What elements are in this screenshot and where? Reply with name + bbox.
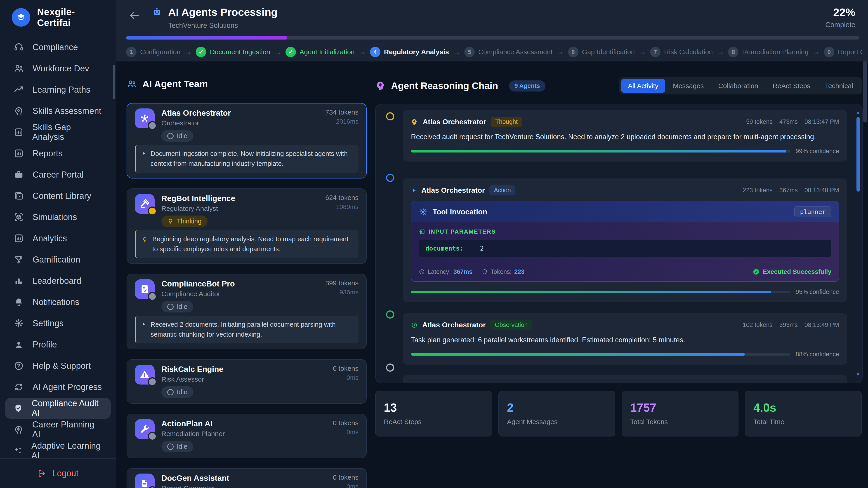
trophy-icon <box>13 254 24 265</box>
sidebar-item-label: Notifications <box>33 297 79 307</box>
logout-button[interactable]: Logout <box>0 458 116 488</box>
status-badge: Idle <box>161 301 193 313</box>
sidebar-scrollbar[interactable] <box>113 65 115 99</box>
status-label: Idle <box>177 303 187 311</box>
head-gear-icon <box>13 106 24 116</box>
gear-icon <box>13 318 24 328</box>
timeline-marker-next <box>386 363 394 372</box>
timeline-marker-observation <box>386 311 394 319</box>
sidebar-item-label: Help & Support <box>33 361 91 371</box>
step-number: 5 <box>464 47 475 57</box>
tab-react-steps[interactable]: ReAct Steps <box>766 79 817 93</box>
scroll-up-arrow-icon[interactable] <box>856 111 860 114</box>
execution-status-label: Executed Successfully <box>763 268 831 275</box>
stat-label: Total Time <box>753 418 853 426</box>
scroll-down-arrow-icon[interactable] <box>856 373 860 376</box>
confidence-bar <box>411 291 790 293</box>
sidebar-item-label: Gamification <box>33 255 80 265</box>
sidebar-item-reports[interactable]: Reports <box>5 143 111 164</box>
agent-card-compliancebot[interactable]: ComplianceBot Pro Compliance Auditor 399… <box>127 274 367 349</box>
sidebar-item-adaptive-learning-ai[interactable]: Adaptive Learning AI <box>5 440 111 458</box>
check-circle-icon <box>752 268 760 275</box>
sidebar-item-skills-assessment[interactable]: Skills Assessment <box>5 100 111 122</box>
tab-technical[interactable]: Technical <box>818 79 860 93</box>
cube-scan-icon <box>13 212 24 222</box>
agent-time: 0ms <box>333 374 359 381</box>
timeline-line <box>390 114 391 376</box>
sidebar-item-simulations[interactable]: Simulations <box>5 206 111 228</box>
step-label: Document Ingestion <box>210 48 270 56</box>
clock-icon <box>418 269 425 275</box>
sidebar-item-analytics[interactable]: Analytics <box>5 228 111 249</box>
agent-card-actionplan[interactable]: ActionPlan AI Remediation Planner 0 toke… <box>127 414 367 458</box>
entry-tokens: 59 tokens <box>746 119 773 125</box>
reasoning-chain-title-row: Agent Reasoning Chain 9 Agents <box>375 80 546 92</box>
step-number: 7 <box>650 47 660 57</box>
progress-percent-label: Complete <box>825 21 855 29</box>
sidebar-item-leaderboard[interactable]: Leaderboard <box>5 270 111 291</box>
tool-name-badge: planner <box>794 206 831 217</box>
tab-collaboration[interactable]: Collaboration <box>711 79 765 93</box>
sidebar-item-workforce-dev[interactable]: Workforce Dev <box>5 58 111 79</box>
agent-card-docgen[interactable]: DocGen Assistant Report Generator 0 toke… <box>127 468 367 488</box>
agent-time: 936ms <box>325 289 359 296</box>
chain-scrollbar[interactable] <box>857 117 860 192</box>
stat-agent-messages: 2 Agent Messages <box>498 391 615 436</box>
agent-avatar <box>135 474 155 488</box>
gavel-icon <box>139 198 150 209</box>
sidebar-item-career-portal[interactable]: Career Portal <box>5 164 111 185</box>
sidebar-item-compliance[interactable]: Compliance <box>5 37 111 58</box>
sidebar-item-help[interactable]: Help & Support <box>5 355 111 377</box>
agent-tokens: 0 tokens <box>333 474 359 481</box>
entry-type-badge: Observation <box>490 320 532 330</box>
step-arrow-icon: → <box>184 48 192 56</box>
sidebar-item-label: AI Agent Progress <box>33 382 102 392</box>
step-label: Agent Initialization <box>300 48 355 56</box>
tokens-label: Tokens: <box>491 268 512 275</box>
sidebar-item-compliance-audit-ai[interactable]: Compliance Audit AI <box>5 398 111 419</box>
sidebar-item-skills-gap[interactable]: Skills Gap Analysis <box>5 122 111 143</box>
sidebar-item-gamification[interactable]: Gamification <box>5 249 111 270</box>
parameter-row: documents: 2 <box>418 240 831 257</box>
overall-progress-bar <box>126 36 859 39</box>
activity-tabs: All Activity Messages Collaboration ReAc… <box>619 77 862 94</box>
agent-card-riskcalc[interactable]: RiskCalc Engine Risk Assessor 0 tokens 0… <box>127 359 367 404</box>
entry-type-badge: Action <box>489 185 515 195</box>
back-button[interactable] <box>128 9 140 21</box>
agent-card-atlas[interactable]: Atlas Orchestrator Orchestrator 734 toke… <box>127 103 367 178</box>
tab-messages[interactable]: Messages <box>666 79 711 93</box>
agent-role: Risk Assessor <box>161 376 223 383</box>
observation-eye-icon <box>411 322 418 328</box>
main-content: AI Agent Team Atlas Orchestrator Orchest… <box>116 61 868 488</box>
sidebar-item-career-planning-ai[interactable]: Career Planning AI <box>5 419 111 440</box>
sidebar-item-learning-paths[interactable]: Learning Paths <box>5 79 111 100</box>
tool-invocation-body: INPUT PARAMETERS documents: 2 Latency: 3… <box>411 222 839 281</box>
sidebar-item-settings[interactable]: Settings <box>5 313 111 334</box>
confidence-bar <box>411 150 790 153</box>
sidebar-item-notifications[interactable]: Notifications <box>5 291 111 313</box>
sidebar: Nexgile-Certifai Compliance Workforce De… <box>0 0 116 488</box>
step-label: Gap Identification <box>582 48 635 56</box>
shield-check-icon <box>13 403 23 414</box>
users-icon <box>13 63 24 74</box>
trending-up-icon <box>13 85 24 95</box>
agent-card-regbot[interactable]: RegBot Intelligence Regulatory Analyst 6… <box>127 188 367 264</box>
sidebar-item-ai-agent-progress[interactable]: AI Agent Progress <box>5 377 111 398</box>
idle-circle-icon <box>167 133 174 139</box>
entry-agent-name: Atlas Orchestrator <box>423 118 486 126</box>
confidence-fill <box>411 291 771 293</box>
sidebar-item-label: Workforce Dev <box>33 64 89 73</box>
sidebar-item-content-library[interactable]: Content Library <box>5 185 111 206</box>
status-label: Idle <box>177 388 187 396</box>
analytics-icon <box>13 233 24 243</box>
play-icon <box>142 151 146 168</box>
activity-entry-partial <box>403 375 847 383</box>
idle-circle-icon <box>167 389 174 395</box>
stat-value: 13 <box>384 401 484 414</box>
entry-latency: 393ms <box>779 322 798 328</box>
sidebar-item-label: Compliance <box>33 42 78 52</box>
sidebar-item-profile[interactable]: Profile <box>5 334 111 355</box>
tab-all-activity[interactable]: All Activity <box>621 79 665 93</box>
bulb-icon <box>167 218 174 225</box>
step-label: Configuration <box>140 48 180 56</box>
